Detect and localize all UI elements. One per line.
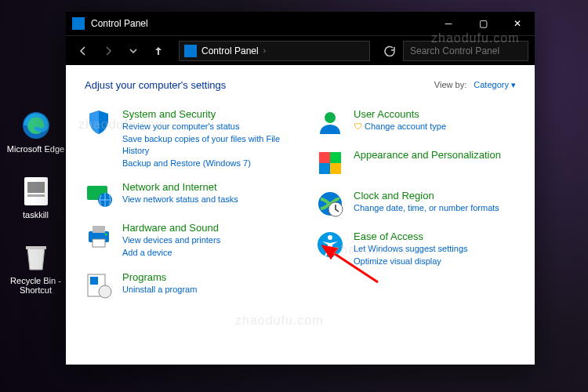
window-title: Control Panel [91,18,431,29]
svg-rect-10 [93,239,105,247]
category-title[interactable]: Hardware and Sound [122,222,220,234]
search-input[interactable] [403,41,528,61]
svg-rect-16 [319,152,330,163]
category-link[interactable]: Optimize visual display [354,256,468,267]
category-system-security: System and Security Review your computer… [85,108,285,169]
recycle-bin-icon [20,241,52,273]
desktop-icon-taskkill[interactable]: taskkill [6,176,65,220]
svg-rect-13 [90,277,98,285]
up-button[interactable] [147,40,169,62]
accessibility-icon [316,230,344,259]
category-title[interactable]: User Accounts [354,108,446,120]
svg-rect-18 [319,163,330,174]
desktop: Microsoft Edge taskkill Recycle Bin - Sh… [0,0,588,392]
category-link[interactable]: View devices and printers [122,234,220,246]
svg-rect-17 [330,152,341,163]
svg-rect-4 [27,194,45,197]
svg-point-15 [325,112,336,123]
address-bar[interactable]: Control Panel › [179,41,370,61]
clock-globe-icon [316,190,344,218]
batch-file-icon [20,176,52,207]
refresh-button[interactable] [379,41,400,61]
desktop-icons: Microsoft Edge taskkill Recycle Bin - Sh… [6,110,65,295]
minimize-button[interactable]: ─ [431,12,466,35]
desktop-icon-recycle-bin[interactable]: Recycle Bin - Shortcut [6,241,65,295]
category-title[interactable]: Ease of Access [354,230,468,242]
globe-monitor-icon [85,181,113,209]
category-link[interactable]: Add a device [122,247,220,259]
control-panel-icon [72,17,85,30]
category-clock-region: Clock and Region Change date, time, or n… [316,190,516,218]
category-link[interactable]: 🛡 Change account type [354,121,446,132]
category-title[interactable]: Clock and Region [354,190,499,201]
edge-icon [20,110,52,141]
category-link[interactable]: Uninstall a program [122,284,197,296]
back-button[interactable] [72,40,94,62]
categories: System and Security Review your computer… [85,108,516,299]
category-network-internet: Network and Internet View network status… [85,181,285,209]
content-area: Adjust your computer's settings View by:… [66,65,535,365]
category-title[interactable]: System and Security [122,108,285,120]
programs-icon [85,271,113,299]
maximize-button[interactable]: ▢ [466,12,500,35]
category-link[interactable]: Review your computer's status [122,121,285,132]
category-link[interactable]: Backup and Restore (Windows 7) [122,158,285,169]
desktop-icon-label: Microsoft Edge [7,144,64,154]
svg-rect-3 [27,182,45,193]
category-appearance: Appearance and Personalization [316,149,516,177]
toolbar: Control Panel › [66,35,535,65]
category-link[interactable]: View network status and tasks [122,194,238,205]
category-link[interactable]: Let Windows suggest settings [354,243,468,255]
right-column: User Accounts 🛡 Change account type Appe… [316,108,516,299]
category-user-accounts: User Accounts 🛡 Change account type [316,108,516,136]
category-link[interactable]: Change date, time, or number formats [354,202,499,214]
category-hardware-sound: Hardware and Sound View devices and prin… [85,222,285,259]
desktop-icon-label: Recycle Bin - Shortcut [6,276,65,295]
desktop-icon-edge[interactable]: Microsoft Edge [6,110,65,154]
viewby: View by: Category ▾ [434,80,516,90]
left-column: System and Security Review your computer… [85,108,285,299]
viewby-dropdown[interactable]: Category ▾ [474,80,516,89]
category-ease-of-access: Ease of Access Let Windows suggest setti… [316,230,516,267]
window-buttons: ─ ▢ ✕ [431,12,535,35]
category-title[interactable]: Programs [122,271,197,283]
content-header: Adjust your computer's settings View by:… [85,79,516,91]
category-title[interactable]: Network and Internet [122,181,238,193]
appearance-icon [316,149,344,177]
category-title[interactable]: Appearance and Personalization [354,149,501,161]
page-title: Adjust your computer's settings [85,79,226,91]
control-panel-window: Control Panel ─ ▢ ✕ Control Panel › Adju… [66,12,535,365]
category-link[interactable]: Save backup copies of your files with Fi… [122,133,285,157]
desktop-icon-label: taskkill [23,210,49,220]
svg-rect-19 [330,163,341,174]
close-button[interactable]: ✕ [500,12,535,35]
svg-point-23 [328,235,332,240]
svg-rect-5 [26,246,46,249]
category-programs: Programs Uninstall a program [85,271,285,299]
chevron-right-icon[interactable]: › [263,46,266,55]
forward-button[interactable] [97,40,119,62]
titlebar[interactable]: Control Panel ─ ▢ ✕ [66,12,535,35]
user-icon [316,108,344,136]
viewby-label: View by: [434,80,466,89]
breadcrumb[interactable]: Control Panel [201,45,259,56]
printer-icon [85,222,113,250]
svg-point-14 [99,285,111,298]
shield-icon [85,108,113,136]
svg-rect-9 [93,226,105,233]
recent-button[interactable] [122,40,144,62]
address-icon [184,45,197,57]
svg-point-11 [105,234,107,236]
